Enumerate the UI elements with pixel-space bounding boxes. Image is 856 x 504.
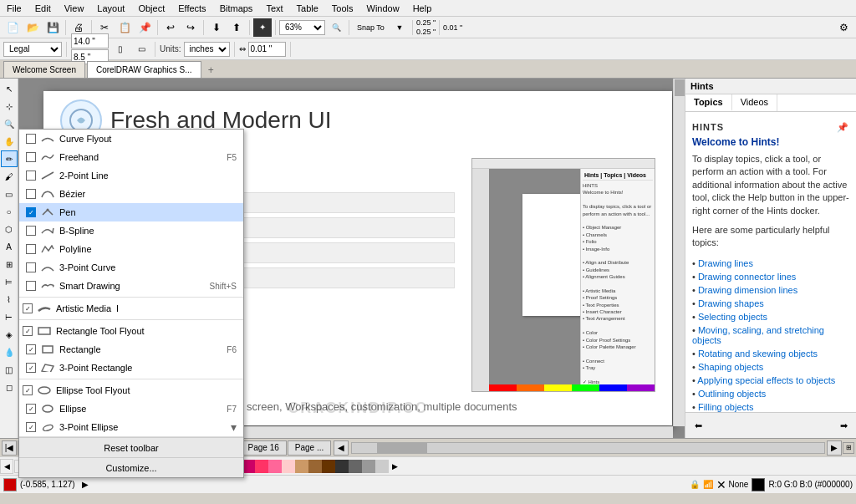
tool-pick[interactable]: ⊹ [1,98,18,115]
flyout-item-ellipse[interactable]: ✓ Ellipse F7 [19,400,243,418]
flyout-item-polyline[interactable]: Polyline [19,240,243,258]
undo-button[interactable]: ↩ [161,18,180,37]
flyout-item-3pointrect[interactable]: ✓ 3-Point Rectangle [19,359,243,377]
hint-shaping[interactable]: Shaping objects [692,360,849,374]
flyout-item-curveflyout[interactable]: Curve Flyout [19,130,243,148]
scroll-thumb-v[interactable] [675,79,685,96]
open-button[interactable]: 📂 [23,18,42,37]
customize-button[interactable]: Customize... [19,457,243,477]
menu-view[interactable]: View [58,2,91,15]
scroll-vertical[interactable] [673,79,685,426]
snap-dropdown[interactable]: ▼ [390,18,409,37]
flyout-section-rect-flyout[interactable]: ✓ Rectangle Tool Flyout [19,322,243,340]
flyout-item-rect[interactable]: ✓ Rectangle F6 [19,340,243,359]
paste-button[interactable]: 📌 [135,18,154,37]
flyout-item-pen[interactable]: ✓ Pen [19,203,243,221]
units-select[interactable]: inches [184,42,230,57]
tool-ellipse[interactable]: ○ [1,203,18,220]
hints-back-button[interactable]: ⬅ [689,416,707,435]
portrait-button[interactable]: ▯ [111,40,130,59]
menu-bitmaps[interactable]: Bitmaps [213,2,260,15]
menu-table[interactable]: Table [290,2,325,15]
tool-parallel[interactable]: ⊨ [1,273,18,290]
snap-btn[interactable]: Snap To [353,18,389,37]
tool-rect[interactable]: ▭ [1,186,18,202]
status-error-button[interactable] [3,478,17,491]
page-first-button[interactable]: |◀ [2,440,17,456]
hints-tab-videos[interactable]: Videos [732,94,777,111]
menu-tools[interactable]: Tools [325,2,360,15]
tool-select[interactable]: ↖ [1,80,18,97]
flyout-item-freehand[interactable]: Freehand F5 [19,148,243,166]
swatch-19[interactable] [295,460,308,473]
menu-window[interactable]: Window [360,2,406,15]
menu-object[interactable]: Object [131,2,171,15]
swatch-20[interactable] [308,460,322,473]
hints-pin-icon[interactable]: 📌 [837,122,849,133]
hint-dimension-lines[interactable]: Drawing dimension lines [692,283,849,297]
zoom-select[interactable]: 63% [279,20,325,35]
redo-button[interactable]: ↪ [181,18,200,37]
landscape-button[interactable]: ▭ [132,40,150,59]
palette-scroll-left[interactable]: ◀ [0,459,13,474]
tool-color[interactable]: 💧 [1,344,18,360]
export-button[interactable]: ⬆ [227,18,246,37]
hint-moving[interactable]: Moving, scaling, and stretching objects [692,323,849,347]
tab-coreldraw[interactable]: CorelDRAW Graphics S... [87,61,201,78]
palette-scroll-right[interactable]: ▶ [389,459,400,474]
flyout-section-artistic[interactable]: ✓ Artistic Media I [19,299,243,318]
hint-connector-lines[interactable]: Drawing connector lines [692,270,849,283]
flyout-section-ellipse-flyout[interactable]: ✓ Ellipse Tool Flyout [19,381,243,400]
new-button[interactable]: 📄 [3,18,22,37]
tool-curve[interactable]: ✏ [1,150,18,167]
save-button[interactable]: 💾 [43,18,62,37]
hint-outlining[interactable]: Outlining objects [692,387,849,400]
paper-size-select[interactable]: Legal [3,42,62,57]
tool-pan[interactable]: ✋ [1,133,18,150]
flyout-item-smartdrawing[interactable]: Smart Drawing Shift+S [19,277,243,295]
menu-text[interactable]: Text [259,2,289,15]
swatch-22[interactable] [335,460,349,473]
tool-artistic[interactable]: 🖌 [1,168,18,185]
swatch-25[interactable] [375,460,389,473]
hint-rotating[interactable]: Rotating and skewing objects [692,347,849,360]
hints-tab-topics[interactable]: Topics [685,94,732,111]
reset-toolbar-button[interactable]: Reset toolbar [19,437,243,457]
page-tab-more[interactable]: Page ... [288,440,331,456]
tool-connector[interactable]: ⌇ [1,291,18,308]
import-button[interactable]: ⬇ [207,18,226,37]
swatch-18[interactable] [282,460,295,473]
hint-shapes[interactable]: Drawing shapes [692,297,849,310]
flyout-item-bezier[interactable]: Bézier [19,185,243,203]
menu-effects[interactable]: Effects [171,2,212,15]
swatch-17[interactable] [268,460,282,473]
hints-forward-button[interactable]: ➡ [834,416,853,435]
page-width-input[interactable] [71,33,109,48]
zoom-in-button[interactable]: 🔍 [327,18,345,37]
options-button[interactable]: ⚙ [834,18,853,37]
status-play-button[interactable]: ▶ [79,478,92,491]
swatch-16[interactable] [255,460,268,473]
page-scroll-thumb[interactable] [377,443,427,453]
page-add-button[interactable]: ◀ [334,440,349,456]
menu-layout[interactable]: Layout [90,2,131,15]
menu-file[interactable]: File [0,2,28,15]
copy-button[interactable]: 📋 [115,18,134,37]
menu-help[interactable]: Help [406,2,439,15]
flyout-item-3pointellipse[interactable]: ✓ 3-Point Ellipse ▾ [19,418,243,436]
tool-shadow[interactable]: ◫ [1,361,18,378]
tool-transparency[interactable]: ◻ [1,379,18,395]
hint-drawing-lines[interactable]: Drawing lines [692,257,849,270]
hint-selecting[interactable]: Selecting objects [692,310,849,323]
flyout-item-bspline[interactable]: B-Spline [19,221,243,240]
page-options-button[interactable]: ⊞ [843,442,854,454]
swatch-24[interactable] [362,460,375,473]
nudge-value-input[interactable] [248,42,286,57]
swatch-21[interactable] [322,460,335,473]
flyout-item-3pointcurve[interactable]: 3-Point Curve [19,258,243,277]
tab-welcome[interactable]: Welcome Screen [3,61,85,78]
hint-effects[interactable]: Applying special effects to objects [692,374,849,387]
tool-zoom[interactable]: 🔍 [1,115,18,132]
hint-filling[interactable]: Filling objects [692,400,849,412]
tool-text[interactable]: A [1,238,18,255]
